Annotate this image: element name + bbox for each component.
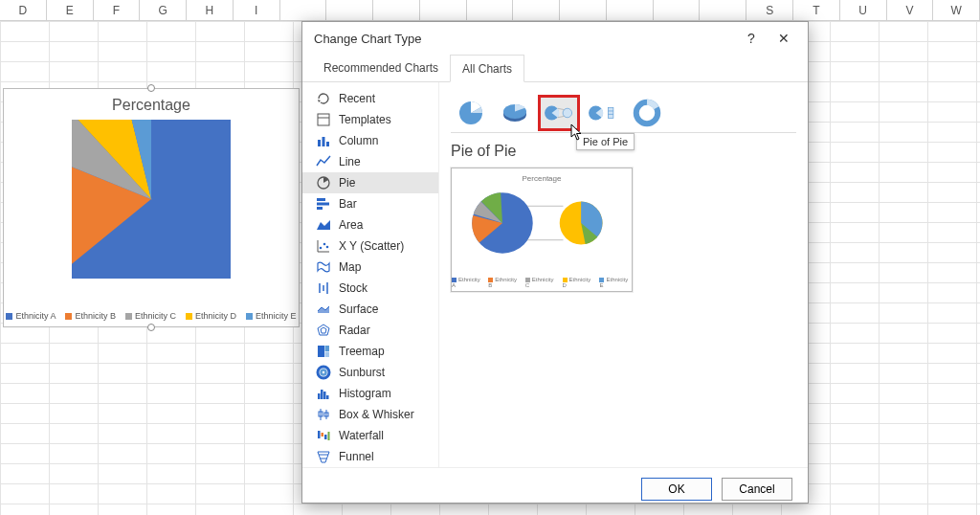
subtype-pie[interactable] (451, 96, 491, 130)
category-line[interactable]: Line (302, 151, 438, 172)
chart-legend: Ethnicity AEthnicity BEthnicity CEthnici… (4, 311, 299, 321)
preview-pie-of-pie (456, 183, 630, 263)
category-sunburst[interactable]: Sunburst (302, 362, 438, 383)
svg-point-18 (326, 246, 329, 249)
category-map[interactable]: Map (302, 257, 438, 278)
category-radar[interactable]: Radar (302, 320, 438, 341)
category-icon (316, 386, 331, 401)
ok-button[interactable]: OK (641, 478, 712, 501)
resize-handle-top[interactable] (147, 84, 155, 92)
svg-rect-38 (322, 433, 324, 437)
svg-point-27 (318, 367, 329, 378)
chart-category-list: RecentTemplatesColumnLinePieBarAreaX Y (… (302, 82, 438, 467)
category-area[interactable]: Area (302, 214, 438, 235)
category-icon (316, 302, 331, 317)
category-column[interactable]: Column (302, 130, 438, 151)
category-icon (316, 154, 331, 169)
column-header[interactable]: S (746, 0, 793, 20)
category-label: Bar (339, 197, 357, 211)
column-header[interactable]: G (140, 0, 187, 20)
subtype-3d-pie[interactable] (495, 96, 535, 130)
embedded-chart[interactable]: Percentage Ethnicity AEthnicity BEthnici… (3, 88, 300, 327)
column-header[interactable] (280, 0, 327, 20)
category-icon (316, 449, 331, 464)
category-bar[interactable]: Bar (302, 193, 438, 214)
column-headers: DEFGHISTUVW (0, 0, 980, 21)
column-header[interactable]: H (187, 0, 234, 20)
column-header[interactable] (373, 0, 420, 20)
close-button[interactable]: ✕ (768, 31, 800, 46)
category-stock[interactable]: Stock (302, 278, 438, 299)
chart-title: Percentage (4, 97, 299, 114)
category-label: Pie (339, 176, 355, 190)
svg-line-51 (558, 116, 565, 117)
dialog-main-pane: Pie of Pie Pie of Pie Percentage (438, 82, 808, 467)
svg-marker-23 (321, 327, 326, 333)
svg-point-28 (322, 370, 326, 375)
svg-rect-12 (317, 203, 329, 206)
column-header[interactable]: F (94, 0, 141, 20)
column-header[interactable] (513, 0, 560, 20)
tab-all-charts[interactable]: All Charts (450, 55, 524, 82)
svg-point-49 (563, 108, 572, 118)
subtype-bar-of-pie[interactable] (583, 96, 623, 130)
preview-legend-item: Ethnicity C (525, 277, 558, 288)
category-label: Histogram (339, 387, 391, 400)
column-header[interactable]: E (47, 0, 94, 20)
legend-item: Ethnicity C (125, 311, 176, 321)
category-icon (316, 323, 331, 338)
svg-rect-8 (323, 137, 325, 146)
column-header[interactable] (326, 0, 373, 20)
category-treemap[interactable]: Treemap (302, 341, 438, 362)
cancel-button[interactable]: Cancel (722, 478, 792, 501)
dialog-titlebar: Change Chart Type ? ✕ (302, 22, 808, 55)
category-templates[interactable]: Templates (302, 109, 438, 130)
category-box-whisker[interactable]: Box & Whisker (302, 404, 438, 425)
category-icon (316, 259, 331, 275)
help-button[interactable]: ? (735, 31, 768, 46)
svg-point-17 (323, 243, 326, 246)
subtype-doughnut[interactable] (627, 96, 667, 130)
column-header[interactable] (700, 0, 746, 20)
dialog-footer: OK Cancel (302, 467, 808, 510)
chart-preview[interactable]: Percentage (451, 168, 633, 292)
category-recent[interactable]: Recent (302, 88, 438, 109)
category-surface[interactable]: Surface (302, 299, 438, 320)
category-label: Funnel (339, 450, 374, 463)
column-header[interactable]: D (0, 0, 47, 20)
svg-rect-9 (326, 142, 329, 146)
column-header[interactable] (654, 0, 701, 20)
column-header[interactable] (560, 0, 607, 20)
subtype-pie-of-pie[interactable]: Pie of Pie (539, 96, 579, 130)
svg-rect-31 (323, 392, 326, 399)
column-header[interactable] (467, 0, 514, 20)
column-header[interactable]: V (887, 0, 934, 20)
category-icon (316, 280, 331, 296)
svg-rect-30 (321, 390, 323, 399)
category-icon (316, 238, 331, 254)
category-histogram[interactable]: Histogram (302, 383, 438, 404)
category-x-y-scatter-[interactable]: X Y (Scatter) (302, 235, 438, 257)
column-header[interactable]: I (234, 0, 280, 20)
column-header[interactable]: U (840, 0, 887, 20)
category-pie[interactable]: Pie (302, 172, 438, 193)
category-funnel[interactable]: Funnel (302, 446, 438, 467)
category-icon (316, 91, 331, 106)
column-header[interactable]: W (933, 0, 980, 20)
svg-rect-11 (317, 198, 325, 201)
svg-rect-39 (324, 435, 327, 439)
tab-recommended-charts[interactable]: Recommended Charts (312, 55, 450, 81)
svg-rect-26 (325, 352, 330, 358)
category-waterfall[interactable]: Waterfall (302, 425, 438, 446)
category-icon (316, 175, 331, 190)
resize-handle-bottom[interactable] (147, 324, 155, 331)
svg-rect-5 (318, 114, 329, 125)
svg-rect-40 (328, 432, 330, 440)
column-header[interactable]: T (793, 0, 840, 20)
column-header[interactable] (607, 0, 654, 20)
category-icon (316, 344, 331, 359)
column-header[interactable] (420, 0, 467, 20)
category-icon (316, 365, 331, 380)
category-label: Column (339, 134, 378, 147)
mouse-cursor-icon (570, 123, 584, 144)
